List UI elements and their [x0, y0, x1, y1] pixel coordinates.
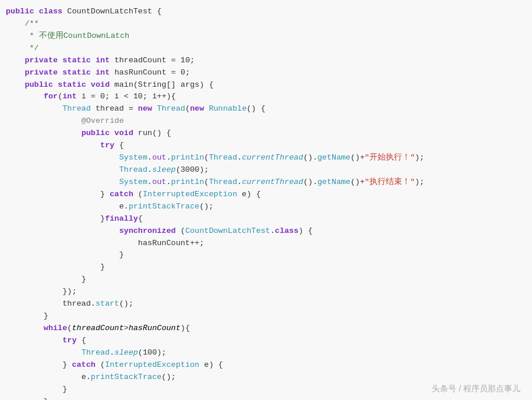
code-container: public class CountDownLatchTest { /** * … [0, 0, 532, 400]
watermark: 头条号 / 程序员那点事儿 [432, 384, 520, 394]
code-block: public class CountDownLatchTest { /** * … [6, 6, 532, 400]
